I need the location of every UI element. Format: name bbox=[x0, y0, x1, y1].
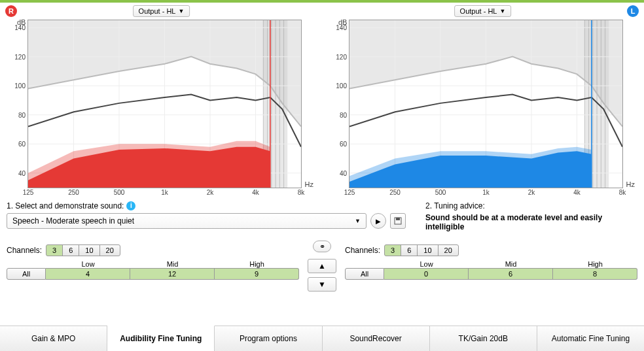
tab-tk-gain-20db[interactable]: TK/Gain 20dB bbox=[430, 326, 537, 351]
all-button[interactable]: All bbox=[7, 268, 46, 280]
channels-panel-l: Channels: 361020 Low Mid High All 0 6 8 bbox=[345, 244, 637, 280]
gain-cell[interactable]: 12 bbox=[130, 268, 215, 280]
channel-count-button[interactable]: 20 bbox=[99, 244, 120, 256]
x-axis-label: Hz bbox=[305, 180, 313, 188]
select-sound-label: 1. Select and demonstrate sound: bbox=[7, 201, 124, 210]
sound-select-value: Speech - Moderate speech in quiet bbox=[12, 216, 134, 226]
chevron-down-icon: ▼ bbox=[178, 8, 184, 14]
x-tick: 1k bbox=[482, 189, 490, 196]
arrow-down-icon: ▼ bbox=[318, 280, 326, 289]
tab-soundrecover[interactable]: SoundRecover bbox=[323, 326, 430, 351]
x-tick: 4k bbox=[573, 189, 581, 196]
y-tick: 120 bbox=[14, 53, 26, 60]
y-tick: 120 bbox=[336, 53, 347, 60]
tuning-advice-text: Sound should be at a moderate level and … bbox=[425, 213, 637, 231]
tuning-advice-label: 2. Tuning advice: bbox=[425, 201, 637, 210]
x-tick: 250 bbox=[389, 189, 401, 196]
x-tick: 8k bbox=[298, 189, 305, 196]
tab-automatic-fine-tuning[interactable]: Automatic Fine Tuning bbox=[537, 326, 644, 351]
chevron-down-icon: ▼ bbox=[355, 218, 361, 224]
channels-label: Channels: bbox=[345, 246, 380, 255]
y-tick: 80 bbox=[18, 111, 26, 118]
y-tick: 40 bbox=[18, 169, 26, 176]
sound-select[interactable]: Speech - Moderate speech in quiet ▼ bbox=[7, 213, 367, 229]
tab-gain-mpo[interactable]: Gain & MPO bbox=[0, 326, 107, 351]
decrease-button[interactable]: ▼ bbox=[308, 277, 336, 292]
x-tick: 2k bbox=[528, 189, 535, 196]
chart-panel-left-ear: L Output - HL ▼ dB 406080100120140 12525… bbox=[328, 7, 637, 188]
output-dropdown-label: Output - HL bbox=[139, 7, 176, 15]
chevron-down-icon: ▼ bbox=[499, 8, 505, 14]
play-button[interactable]: ▶ bbox=[370, 213, 386, 229]
x-tick: 1k bbox=[161, 189, 168, 196]
y-tick: 140 bbox=[14, 24, 26, 31]
link-channels-button[interactable]: ⚭ bbox=[313, 241, 331, 252]
x-tick: 125 bbox=[344, 189, 355, 196]
y-tick: 60 bbox=[18, 141, 26, 148]
chart-panel-right-ear: R Output - HL ▼ dB 406080100120140 12525… bbox=[7, 7, 316, 188]
x-tick: 500 bbox=[114, 189, 125, 196]
freq-col-label: High bbox=[553, 260, 637, 268]
channel-count-button[interactable]: 3 bbox=[384, 244, 401, 256]
ear-badge-r: R bbox=[5, 5, 17, 17]
y-tick: 80 bbox=[340, 111, 347, 118]
channel-count-button[interactable]: 6 bbox=[401, 244, 418, 256]
freq-col-label: Mid bbox=[130, 260, 215, 268]
x-tick: 2k bbox=[207, 189, 214, 196]
gain-cell[interactable]: 9 bbox=[215, 268, 299, 280]
y-tick: 100 bbox=[336, 82, 347, 90]
gain-cell[interactable]: 0 bbox=[384, 268, 469, 280]
channel-count-button[interactable]: 10 bbox=[417, 244, 438, 256]
output-dropdown-l[interactable]: Output - HL ▼ bbox=[454, 5, 512, 17]
output-dropdown-label: Output - HL bbox=[460, 7, 497, 15]
info-icon[interactable]: i bbox=[126, 201, 135, 210]
ear-badge-l: L bbox=[627, 5, 639, 17]
y-tick: 40 bbox=[340, 169, 347, 176]
y-tick: 100 bbox=[14, 82, 26, 90]
play-icon: ▶ bbox=[376, 218, 381, 225]
channel-count-button[interactable]: 20 bbox=[438, 244, 459, 256]
increase-button[interactable]: ▲ bbox=[308, 259, 336, 273]
chart-r: 406080100120140 1252505001k2k4k8k bbox=[27, 20, 302, 188]
tab-program-options[interactable]: Program options bbox=[215, 326, 322, 351]
gain-cell[interactable]: 6 bbox=[469, 268, 553, 280]
gain-cell[interactable]: 4 bbox=[46, 268, 130, 280]
x-tick: 500 bbox=[435, 189, 446, 196]
arrow-up-icon: ▲ bbox=[318, 261, 326, 271]
channels-panel-r: Channels: 361020 Low Mid High All 4 12 9 bbox=[7, 244, 299, 280]
channel-count-button[interactable]: 3 bbox=[46, 244, 63, 256]
x-tick: 8k bbox=[619, 189, 626, 196]
channel-count-button[interactable]: 6 bbox=[62, 244, 79, 256]
save-sound-button[interactable] bbox=[390, 213, 406, 229]
all-button[interactable]: All bbox=[345, 268, 384, 280]
save-icon bbox=[394, 217, 402, 225]
x-tick: 125 bbox=[23, 189, 34, 196]
y-tick: 140 bbox=[336, 24, 347, 31]
x-tick: 250 bbox=[68, 189, 79, 196]
x-axis-label: Hz bbox=[626, 180, 635, 188]
freq-col-label: Mid bbox=[469, 260, 553, 268]
link-icon: ⚭ bbox=[319, 242, 325, 251]
channels-label: Channels: bbox=[7, 246, 42, 255]
chart-l: 406080100120140 1252505001k2k4k8k bbox=[349, 20, 623, 188]
x-tick: 4k bbox=[252, 189, 259, 196]
channel-count-button[interactable]: 10 bbox=[79, 244, 99, 256]
tab-audibility-fine-tuning[interactable]: Audibility Fine Tuning bbox=[107, 326, 215, 351]
svg-rect-43 bbox=[396, 218, 400, 220]
output-dropdown-r[interactable]: Output - HL ▼ bbox=[133, 5, 190, 17]
freq-col-label: Low bbox=[384, 260, 469, 268]
freq-col-label: Low bbox=[46, 260, 130, 268]
gain-cell[interactable]: 8 bbox=[553, 268, 637, 280]
y-tick: 60 bbox=[340, 141, 347, 148]
freq-col-label: High bbox=[215, 260, 299, 268]
